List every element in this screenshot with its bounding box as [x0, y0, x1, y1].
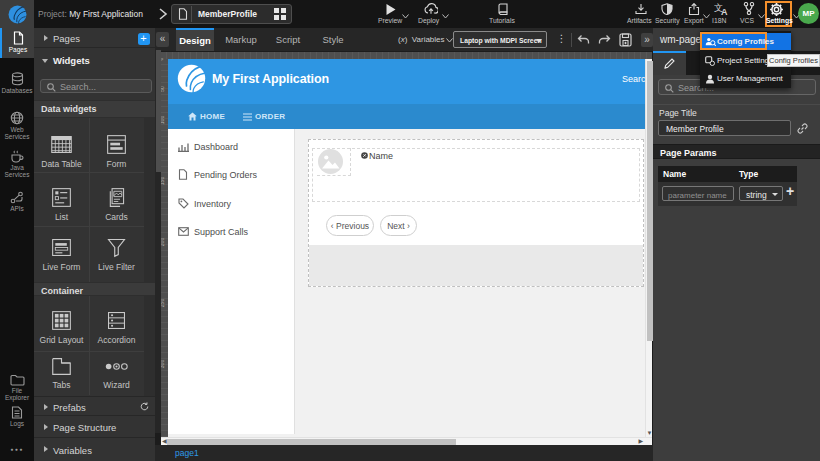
svg-text:A: A: [721, 7, 728, 16]
